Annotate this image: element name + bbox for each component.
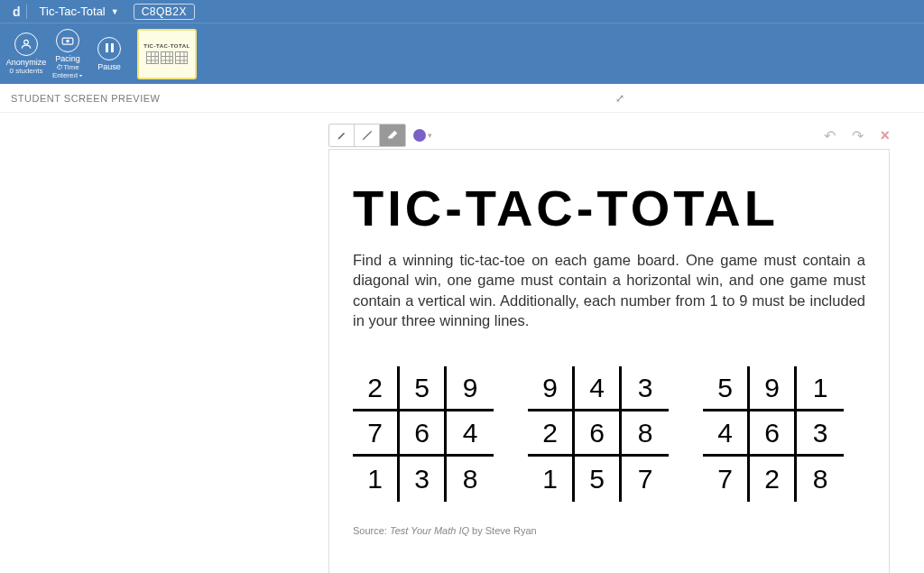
pencil-tool-button[interactable] (329, 125, 355, 146)
class-code-box[interactable]: C8QB2X (134, 4, 195, 20)
redo-button[interactable]: ↷ (852, 127, 864, 144)
board-cell: 9 (447, 366, 494, 411)
board-cell: 7 (703, 457, 750, 502)
close-button[interactable]: × (880, 126, 890, 145)
worksheet-source: Source: Test Your Math IQ by Steve Ryan (353, 525, 865, 536)
board-cell: 3 (797, 411, 844, 457)
board-cell: 5 (575, 457, 622, 502)
board-cell: 3 (622, 366, 669, 411)
chevron-down-icon: ▼ (111, 7, 119, 16)
slide-thumbnail[interactable]: TIC-TAC-TOTAL (137, 29, 197, 79)
app-logo[interactable]: d (7, 5, 27, 19)
boards-container: 259764138943268157591463728 (353, 366, 865, 502)
anonymize-button[interactable]: Anonymize 0 students (7, 32, 45, 75)
anonymize-label: Anonymize (6, 58, 47, 67)
board-cell: 2 (750, 457, 797, 502)
anonymize-sub: 0 students (10, 67, 43, 75)
pause-label: Pause (97, 62, 121, 71)
drawing-tool-group (328, 124, 406, 147)
worksheet-instructions: Find a winning tic-tac-toe on each game … (353, 250, 865, 330)
board-cell: 7 (622, 457, 669, 502)
toolbar-right: ↶ ↷ × (824, 126, 890, 145)
preview-row: STUDENT SCREEN PREVIEW ⤢ (0, 84, 924, 113)
board-cell: 4 (447, 411, 494, 457)
anonymize-icon (14, 32, 38, 56)
activity-title-label: Tic-Tac-Total (40, 5, 106, 18)
pacing-icon (56, 29, 79, 52)
thumbnail-label: TIC-TAC-TOTAL (143, 43, 190, 49)
pacing-button[interactable]: Pacing ⏱Time Entered ▾ (49, 29, 87, 79)
board-cell: 3 (400, 457, 447, 502)
game-board: 259764138 (353, 366, 494, 502)
worksheet-page: TIC-TAC-TOTAL Find a winning tic-tac-toe… (328, 149, 890, 573)
board-cell: 5 (400, 366, 447, 411)
pacing-sub: ⏱Time Entered ▾ (49, 63, 87, 79)
board-cell: 6 (400, 411, 447, 457)
board-cell: 2 (528, 411, 575, 457)
board-cell: 1 (353, 457, 400, 502)
board-cell: 8 (447, 457, 494, 502)
canvas-area: ▾ ↶ ↷ × TIC-TAC-TOTAL Find a winning tic… (0, 113, 924, 573)
source-suffix: by Steve Ryan (469, 525, 537, 536)
chevron-down-icon: ▾ (428, 131, 432, 140)
game-board: 591463728 (703, 366, 844, 502)
activity-title-dropdown[interactable]: Tic-Tac-Total ▼ (34, 4, 125, 19)
board-cell: 9 (750, 366, 797, 411)
source-prefix: Source: (353, 525, 390, 536)
board-cell: 1 (528, 457, 575, 502)
board-cell: 2 (353, 366, 400, 411)
svg-point-0 (24, 40, 29, 44)
undo-button[interactable]: ↶ (824, 127, 836, 144)
line-tool-button[interactable] (355, 125, 380, 146)
board-cell: 6 (575, 411, 622, 457)
board-cell: 4 (703, 411, 750, 457)
board-cell: 4 (575, 366, 622, 411)
board-cell: 9 (528, 366, 575, 411)
board-cell: 8 (797, 457, 844, 502)
svg-point-2 (67, 40, 69, 42)
pacing-label: Pacing (55, 54, 80, 63)
source-title: Test Your Math IQ (390, 525, 469, 536)
board-cell: 8 (622, 411, 669, 457)
header-top-row: d Tic-Tac-Total ▼ C8QB2X (0, 0, 924, 23)
pause-button[interactable]: Pause (90, 37, 128, 71)
worksheet-title: TIC-TAC-TOTAL (353, 179, 865, 237)
thumbnail-grids (146, 51, 188, 64)
app-header: d Tic-Tac-Total ▼ C8QB2X Anonymize 0 stu… (0, 0, 924, 84)
game-board: 943268157 (528, 366, 669, 502)
board-cell: 1 (797, 366, 844, 411)
drawing-toolbar: ▾ ↶ ↷ × (328, 124, 890, 147)
color-picker-button[interactable] (413, 129, 426, 142)
board-cell: 6 (750, 411, 797, 457)
board-cell: 5 (703, 366, 750, 411)
fullscreen-icon[interactable]: ⤢ (615, 92, 625, 105)
header-toolbar: Anonymize 0 students Pacing ⏱Time Entere… (0, 23, 924, 84)
pause-icon (97, 37, 121, 60)
preview-label: STUDENT SCREEN PREVIEW (11, 93, 160, 104)
board-cell: 7 (353, 411, 400, 457)
eraser-tool-button[interactable] (380, 125, 405, 146)
